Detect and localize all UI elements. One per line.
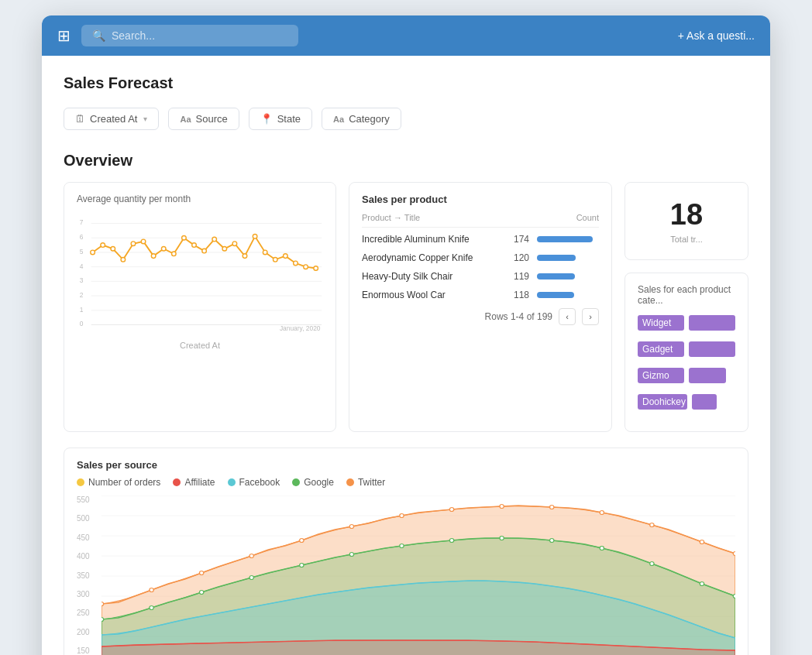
svg-point-30 xyxy=(232,242,237,246)
filter-created-at-label: Created At xyxy=(90,113,137,125)
header: ⊞ 🔍 + Ask a questi... xyxy=(42,15,770,56)
cat-row: Gadget xyxy=(638,341,735,357)
y-label: 150 xyxy=(77,646,97,655)
svg-point-63 xyxy=(102,602,104,606)
col-product-header: Product → Title xyxy=(362,213,420,222)
filter-created-at[interactable]: 🗓 Created At ▾ xyxy=(64,108,159,130)
header-left: ⊞ 🔍 xyxy=(57,25,298,46)
product-bar xyxy=(537,292,574,298)
prev-page-button[interactable]: ‹ xyxy=(559,308,576,325)
table-header: Product → Title Count xyxy=(362,213,599,228)
y-axis-labels: 550 500 450 400 350 300 250 200 150 xyxy=(77,496,102,655)
svg-point-72 xyxy=(550,506,554,509)
legend-dot-orders xyxy=(77,478,84,486)
svg-point-33 xyxy=(263,250,267,255)
svg-text:5: 5 xyxy=(80,248,84,255)
legend-label-orders: Number of orders xyxy=(88,477,160,488)
svg-point-20 xyxy=(131,242,136,246)
page-content: Sales Forecast 🗓 Created At ▾ Aa Source … xyxy=(42,56,770,655)
sales-per-source-card: Sales per source Number of orders Affili… xyxy=(64,448,748,655)
legend-dot-google xyxy=(292,478,300,486)
svg-point-74 xyxy=(650,523,654,527)
y-label: 450 xyxy=(77,533,97,542)
search-input[interactable] xyxy=(112,29,287,42)
bar-container xyxy=(537,255,599,261)
svg-point-16 xyxy=(91,250,95,255)
svg-point-55 xyxy=(400,544,404,548)
y-label: 250 xyxy=(77,609,97,617)
svg-point-38 xyxy=(314,266,318,271)
svg-point-68 xyxy=(349,525,353,529)
avg-quantity-chart-title: Average quantity per month xyxy=(77,194,323,204)
legend-item-orders: Number of orders xyxy=(77,477,160,488)
ask-question-button[interactable]: + Ask a questi... xyxy=(678,29,755,42)
cat-bar xyxy=(689,315,735,331)
chart-x-label: Created At xyxy=(77,341,323,350)
svg-point-61 xyxy=(700,582,704,586)
product-bar xyxy=(537,236,593,242)
y-label: 500 xyxy=(77,514,97,523)
text-icon: Aa xyxy=(180,115,191,124)
cat-row: Widget xyxy=(638,315,735,331)
legend-dot-facebook xyxy=(228,478,236,486)
cat-label: Widget xyxy=(638,315,684,331)
sales-per-source-title: Sales per source xyxy=(77,459,735,471)
pagination-label: Rows 1-4 of 199 xyxy=(485,311,552,322)
svg-text:3: 3 xyxy=(80,276,84,284)
col-count-header: Count xyxy=(576,213,599,222)
svg-point-73 xyxy=(600,511,604,515)
svg-text:0: 0 xyxy=(80,320,84,328)
svg-point-18 xyxy=(111,246,115,251)
product-cat-card: Sales for each product cate... Widget Ga… xyxy=(624,273,748,432)
svg-point-53 xyxy=(300,564,304,568)
svg-point-71 xyxy=(500,505,504,509)
svg-point-57 xyxy=(500,537,504,540)
y-label: 400 xyxy=(77,552,97,561)
sales-per-product-card: Sales per product Product → Title Count … xyxy=(349,182,612,432)
big-number-value: 18 xyxy=(633,198,740,231)
svg-point-76 xyxy=(733,552,735,556)
area-chart-wrapper: 550 500 450 400 350 300 250 200 150 xyxy=(77,496,735,655)
legend-dot-affiliate xyxy=(173,478,181,486)
page-title: Sales Forecast xyxy=(64,74,748,92)
svg-point-54 xyxy=(349,553,353,557)
filter-source[interactable]: Aa Source xyxy=(168,108,239,130)
legend-dot-twitter xyxy=(346,478,354,486)
product-cat-title: Sales for each product cate... xyxy=(638,284,735,306)
svg-point-19 xyxy=(121,257,126,262)
cat-row: Gizmo xyxy=(638,368,735,383)
search-icon: 🔍 xyxy=(92,29,105,42)
product-count: 119 xyxy=(508,271,529,282)
product-name: Incredible Aluminum Knife xyxy=(362,234,508,245)
svg-text:4: 4 xyxy=(80,262,84,270)
search-bar[interactable]: 🔍 xyxy=(81,25,298,46)
svg-point-75 xyxy=(700,540,704,544)
cat-bar xyxy=(689,368,726,383)
svg-text:7: 7 xyxy=(80,218,84,226)
y-label: 350 xyxy=(77,571,97,580)
svg-text:1: 1 xyxy=(80,306,84,314)
svg-text:2: 2 xyxy=(80,291,84,299)
cat-label: Gizmo xyxy=(638,368,684,383)
svg-point-24 xyxy=(172,252,177,256)
next-page-button[interactable]: › xyxy=(582,308,599,325)
svg-point-70 xyxy=(449,508,453,512)
big-number-card: 18 Total tr... xyxy=(624,182,748,260)
svg-point-56 xyxy=(449,539,453,543)
product-name: Heavy-Duty Silk Chair xyxy=(362,271,508,282)
table-footer: Rows 1-4 of 199 ‹ › xyxy=(362,308,599,325)
filter-category[interactable]: Aa Category xyxy=(322,108,401,130)
avg-quantity-chart-card: Average quantity per month 7 6 5 4 3 2 1… xyxy=(64,182,336,432)
product-row: Heavy-Duty Silk Chair 119 xyxy=(362,271,599,282)
y-label: 200 xyxy=(77,628,97,636)
svg-point-67 xyxy=(300,539,304,543)
svg-point-65 xyxy=(199,571,203,575)
product-count: 120 xyxy=(508,252,529,263)
filter-source-label: Source xyxy=(196,113,228,125)
svg-point-69 xyxy=(400,514,404,518)
right-column: 18 Total tr... Sales for each product ca… xyxy=(624,182,748,432)
svg-point-32 xyxy=(253,235,257,239)
filter-state[interactable]: 📍 State xyxy=(249,108,312,130)
svg-point-23 xyxy=(161,246,166,251)
svg-point-26 xyxy=(192,243,197,248)
